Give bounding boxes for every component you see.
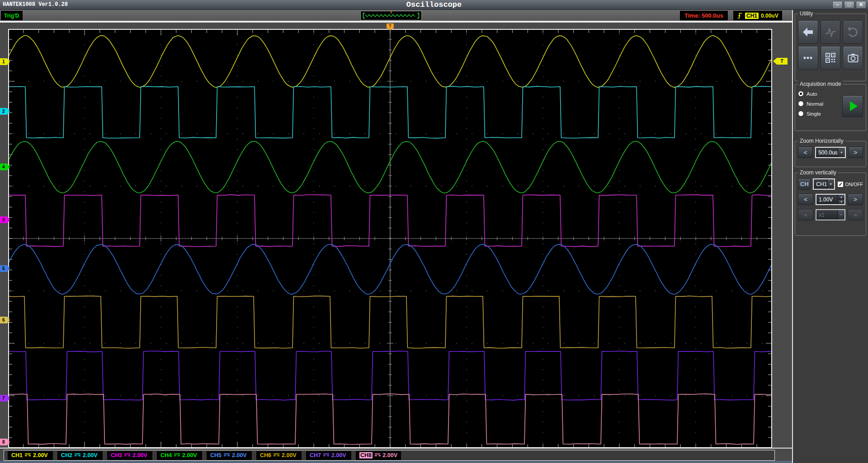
radio-auto[interactable]: Auto: [798, 91, 842, 97]
radio-label: Auto: [807, 91, 817, 97]
dc-coupling-icon: [25, 454, 31, 458]
trigger-level-value: 0.00uV: [761, 13, 778, 19]
zoom-vertical-title: Zoom vertically: [798, 169, 838, 176]
multiplier-next-button[interactable]: »: [848, 209, 863, 220]
channel-name: CH1: [11, 452, 23, 458]
onoff-label: ON/OFF: [845, 182, 863, 187]
radio-label: Single: [807, 111, 821, 117]
maximize-button[interactable]: □: [844, 1, 854, 9]
window-bottom-edge: [0, 461, 868, 463]
zoom-horizontal-group: Zoom Horizontally < 500.0us ▼ >: [795, 141, 866, 167]
trigger-status-badge: Trig'D: [1, 11, 23, 20]
qr-code-icon: [825, 52, 836, 64]
radio-single[interactable]: Single: [798, 111, 842, 117]
rising-edge-icon: [737, 12, 743, 19]
channel-name: CH7: [310, 452, 321, 458]
spin-down-icon[interactable]: ▼: [838, 199, 844, 204]
channel-status-ch2[interactable]: CH22.00V: [57, 451, 103, 460]
channel-scale-value: 2.00V: [83, 452, 98, 458]
ellipsis-icon: [802, 52, 814, 64]
dc-coupling-icon: [224, 454, 230, 458]
trigger-level-marker[interactable]: T: [773, 58, 788, 65]
utility-group: Utility: [795, 14, 866, 81]
channel-scale-value: 2.00V: [132, 452, 147, 458]
pulse-icon: [825, 26, 836, 38]
scope-display-area: T T 12345678: [0, 22, 792, 449]
channel-status-ch7[interactable]: CH72.00V: [306, 451, 351, 460]
timebase-prev-button[interactable]: <: [798, 147, 813, 158]
channel-scale-value: 2.00V: [232, 452, 247, 458]
waveform-preview[interactable]: T: [360, 11, 422, 20]
dc-coupling-icon: [274, 454, 279, 458]
channel-name: CH4: [160, 452, 172, 458]
scale-prev-button[interactable]: <: [798, 194, 813, 205]
chevron-down-icon[interactable]: ▼: [827, 179, 834, 189]
channel-button[interactable]: CH: [798, 178, 811, 190]
chevron-down-icon: ▼: [837, 210, 844, 220]
preview-trigger-marker: T: [390, 10, 392, 14]
dc-coupling-icon: [174, 454, 180, 458]
page-title: Oscilloscope: [0, 0, 868, 9]
radio-icon[interactable]: [798, 101, 804, 107]
channel-status-ch4[interactable]: CH42.00V: [157, 451, 202, 460]
toolbar: Trig'D T Time: 500.0us CH1 0.00uV: [0, 10, 792, 22]
utility-title: Utility: [798, 10, 815, 17]
title-bar: HANTEK1008 Ver1.0.28 Oscilloscope – □ ✕: [0, 0, 868, 10]
minimize-button[interactable]: –: [832, 1, 843, 9]
pulse-button[interactable]: [821, 20, 841, 44]
channel-select[interactable]: CH1 ▼: [813, 178, 835, 190]
channel-status-ch1[interactable]: CH12.00V: [8, 451, 53, 460]
screenshot-button[interactable]: [843, 46, 863, 70]
dc-coupling-icon: [124, 454, 130, 458]
undo-button[interactable]: [843, 20, 863, 44]
more-button[interactable]: [798, 46, 818, 70]
acquisition-options: AutoNormalSingle: [798, 91, 842, 117]
channel-status-ch3[interactable]: CH32.00V: [107, 451, 152, 460]
trigger-readout: CH1 0.00uV: [733, 11, 782, 20]
channel-status-ch8[interactable]: CH82.00V: [356, 451, 401, 460]
chevron-down-icon[interactable]: ▼: [838, 148, 845, 157]
channel-status-ch6[interactable]: CH62.00V: [256, 451, 302, 460]
window-controls: – □ ✕: [832, 1, 866, 9]
channel-name: CH5: [210, 452, 222, 458]
timebase-select[interactable]: 500.0us ▼: [815, 147, 846, 158]
camera-icon: [847, 52, 859, 64]
radio-icon[interactable]: [798, 111, 804, 117]
channel-status-bar: CH12.00VCH22.00VCH32.00VCH42.00VCH52.00V…: [4, 450, 775, 461]
timebase-value: 500.0us: [816, 150, 838, 156]
undo-icon: [847, 26, 859, 38]
onoff-checkbox[interactable]: ✓: [837, 181, 844, 187]
timebase-next-button[interactable]: >: [848, 147, 863, 158]
back-button[interactable]: [798, 20, 818, 44]
acquisition-group: Acquisition mode AutoNormalSingle: [795, 84, 866, 131]
radio-normal[interactable]: Normal: [798, 101, 842, 107]
channel-status-ch5[interactable]: CH52.00V: [207, 451, 252, 460]
multiplier-value: x1: [816, 212, 837, 218]
channel-name: CH8: [359, 452, 373, 458]
multiplier-prev-button[interactable]: «: [798, 209, 813, 220]
zoom-vertical-group: Zoom vertically CH CH1 ▼ ✓ ON/OFF < 1.00…: [795, 173, 866, 236]
oscilloscope-window: HANTEK1008 Ver1.0.28 Oscilloscope – □ ✕ …: [0, 0, 868, 463]
zoom-horizontal-title: Zoom Horizontally: [798, 138, 845, 144]
scale-stepper[interactable]: 1.00V ▲ ▼: [816, 194, 845, 205]
channel-name: CH2: [61, 452, 72, 458]
scale-next-button[interactable]: >: [848, 194, 863, 205]
radio-label: Normal: [807, 101, 823, 107]
channel-value: CH1: [814, 181, 827, 187]
channel-scale-value: 2.00V: [33, 452, 48, 458]
radio-icon[interactable]: [798, 91, 804, 97]
play-icon: [850, 101, 858, 111]
channel-scale-value: 2.00V: [331, 452, 346, 458]
close-button[interactable]: ✕: [856, 1, 866, 9]
spin-up-icon[interactable]: ▲: [838, 195, 844, 199]
scale-value: 1.00V: [816, 196, 838, 203]
trigger-source-badge: CH1: [745, 13, 759, 19]
channel-scale-value: 2.00V: [282, 452, 297, 458]
qr-code-button[interactable]: [821, 46, 841, 70]
dc-coupling-icon: [323, 454, 329, 458]
run-button[interactable]: [842, 95, 863, 117]
timebase-readout: Time: 500.0us: [680, 11, 728, 20]
channel-scale-value: 2.00V: [382, 452, 397, 458]
multiplier-select[interactable]: x1 ▼: [816, 209, 845, 220]
dc-coupling-icon: [375, 454, 380, 458]
